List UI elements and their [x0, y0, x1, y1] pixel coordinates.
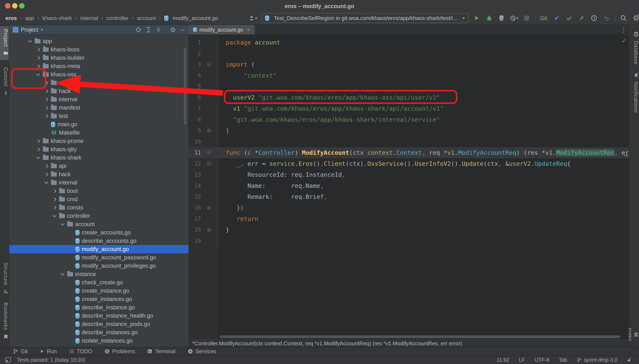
inspections-ok-icon[interactable]: ✓ — [621, 36, 627, 44]
tree-item-internal[interactable]: internal — [9, 95, 188, 104]
unlock-icon[interactable] — [627, 357, 632, 362]
tree-item-khaos-qtty[interactable]: khaos-qtty — [9, 145, 188, 154]
chevron-down-icon[interactable] — [44, 180, 48, 185]
tree-item-describe_instance.go[interactable]: describe_instance.go — [9, 303, 188, 312]
tree-item-check_create.go[interactable]: check_create.go — [9, 278, 188, 286]
toolwindow-button-services[interactable]: Services — [188, 348, 216, 355]
tree-item-controller[interactable]: controller — [9, 212, 188, 220]
indent-widget[interactable]: Tab — [559, 357, 567, 363]
code-line-18[interactable]: 18} — [188, 224, 628, 236]
breadcrumb-item-khaos-shark[interactable]: khaos-shark — [42, 15, 72, 22]
fold-end-icon[interactable] — [207, 228, 211, 232]
code-line-3[interactable]: 3import ( — [188, 59, 628, 70]
chevron-right-icon[interactable] — [52, 197, 56, 202]
tree-item-instance[interactable]: instance — [9, 270, 188, 278]
chevron-down-icon[interactable] — [36, 72, 40, 77]
chevron-right-icon[interactable] — [36, 56, 40, 60]
tree-item-khaos-oss[interactable]: khaos-oss — [9, 70, 188, 78]
tree-item-isolate_instances.go[interactable]: isolate_instances.go — [9, 336, 188, 345]
code-line-12[interactable]: 12 _, err = service.Eros().Client(ctx).O… — [188, 158, 628, 169]
tree-item-khaos-builder[interactable]: khaos-builder — [9, 54, 188, 62]
tree-item-describe_instances.go[interactable]: describe_instances.go — [9, 328, 188, 336]
code-line-2[interactable]: 2 — [188, 48, 628, 59]
tree-item-test[interactable]: test — [9, 112, 188, 120]
tree-item-main.go[interactable]: main.go — [9, 120, 188, 128]
breadcrumb-item-eros[interactable]: eros — [6, 15, 17, 22]
line-separator-widget[interactable]: LF — [519, 357, 525, 363]
code-line-10[interactable]: 10 — [188, 136, 628, 147]
code-line-7[interactable]: 7 v1 "git.woa.com/khaos/eros/app/khaos-s… — [188, 103, 628, 114]
tree-item-hack[interactable]: hack — [9, 87, 188, 95]
tree-item-app[interactable]: app — [9, 37, 188, 45]
stripe-tab-bookmarks[interactable]: Bookmarks — [0, 300, 9, 344]
tree-item-khaos-prome[interactable]: khaos-prome — [9, 137, 188, 145]
breadcrumb-item-internal[interactable]: internal — [80, 15, 98, 22]
tree-item-describe_instance_pods.go[interactable]: describe_instance_pods.go — [9, 320, 188, 328]
caret-position-widget[interactable]: 11:92 — [497, 357, 510, 363]
profiler-button[interactable]: ▾ — [510, 14, 518, 23]
stop-button[interactable] — [522, 14, 531, 23]
tree-item-Makefile[interactable]: MMakefile — [9, 128, 188, 137]
chevron-right-icon[interactable] — [44, 172, 48, 176]
chevron-down-icon[interactable] — [36, 156, 40, 160]
collapse-all-icon[interactable] — [156, 26, 162, 33]
code-line-13[interactable]: 13 ResourceId: req.InstanceId, — [188, 169, 628, 180]
tree-item-boot[interactable]: boot — [9, 187, 188, 195]
chevron-right-icon[interactable] — [44, 114, 48, 118]
toolwindow-button-run[interactable]: Run — [40, 348, 57, 355]
tree-item-account[interactable]: account — [9, 220, 188, 228]
run-with-coverage-button[interactable] — [498, 14, 506, 23]
tree-item-describe_instance_health.go[interactable]: describe_instance_health.go — [9, 312, 188, 320]
chevron-right-icon[interactable] — [44, 89, 48, 94]
editor-tab-modify-account[interactable]: modify_account.go × — [188, 25, 254, 34]
tree-scrollbar[interactable] — [184, 48, 186, 125]
stripe-tab-notifications[interactable]: Notifications — [629, 68, 639, 116]
tree-item-khaos-boss[interactable]: khaos-boss — [9, 45, 188, 54]
chevron-right-icon[interactable] — [52, 205, 56, 210]
tree-item-describe_accounts.go[interactable]: describe_accounts.go — [9, 237, 188, 245]
chevron-down-icon[interactable] — [52, 214, 56, 218]
git-commit-button[interactable] — [565, 14, 573, 23]
panel-settings-gear-icon[interactable]: ⚙ — [170, 26, 176, 34]
tree-item-api[interactable]: api — [9, 78, 188, 87]
fold-end-icon[interactable] — [207, 128, 211, 132]
run-button[interactable] — [472, 14, 481, 23]
search-everywhere-icon[interactable] — [620, 14, 628, 23]
chevron-down-icon[interactable]: ▾ — [41, 27, 43, 32]
tree-item-internal[interactable]: internal — [9, 178, 188, 187]
chevron-right-icon[interactable] — [44, 80, 48, 85]
encoding-widget[interactable]: UTF-8 — [534, 357, 549, 363]
fold-collapse-icon[interactable] — [207, 150, 211, 154]
breadcrumb-item-controller[interactable]: controller — [106, 15, 128, 22]
tree-item-hack[interactable]: hack — [9, 170, 188, 178]
chevron-right-icon[interactable] — [36, 147, 40, 152]
breadcrumb-item-app[interactable]: app — [25, 15, 34, 22]
tree-item-khaos-meta[interactable]: khaos-meta — [9, 62, 188, 70]
git-history-icon[interactable] — [590, 14, 598, 23]
locate-file-icon[interactable] — [135, 26, 142, 33]
tree-item-cmd[interactable]: cmd — [9, 195, 188, 204]
hide-panel-icon[interactable]: − — [180, 26, 185, 34]
run-configuration-select[interactable]: Test_DescribeSellRegion in git.woa.com/k… — [261, 13, 468, 23]
tree-item-manifest[interactable]: manifest — [9, 104, 188, 112]
code-line-11[interactable]: 11func (c *Controller) ModifyAccount(ctx… — [188, 147, 628, 158]
chevron-right-icon[interactable] — [36, 64, 40, 68]
tree-item-khaos-shark[interactable]: khaos-shark — [9, 154, 188, 162]
code-line-8[interactable]: 8 "git.woa.com/khaos/eros/app/khaos-shar… — [188, 114, 628, 125]
tree-item-modify_account.go[interactable]: modify_account.go — [9, 245, 188, 253]
stripe-tab-make[interactable]: M make — [629, 322, 639, 347]
toolwindow-button-problems[interactable]: Problems — [104, 348, 135, 355]
code-line-15[interactable]: 15 Remark: req.Brief, — [188, 191, 628, 202]
code-line-9[interactable]: 9) — [188, 125, 628, 136]
git-branch-widget[interactable]: sprint-dmp-3.0 — [577, 357, 617, 363]
tree-item-create_accounts.go[interactable]: create_accounts.go — [9, 228, 188, 237]
toolwindow-button-git[interactable]: Git — [13, 348, 28, 355]
tree-item-create_instance.go[interactable]: create_instance.go — [9, 286, 188, 295]
fold-end-icon[interactable] — [207, 206, 211, 210]
chevron-right-icon[interactable] — [36, 47, 40, 52]
code-line-16[interactable]: 16 }) — [188, 202, 628, 214]
chevron-right-icon[interactable] — [44, 164, 48, 168]
chevron-down-icon[interactable] — [60, 222, 65, 226]
code-line-17[interactable]: 17 return — [188, 214, 628, 224]
horizontal-scrollbar[interactable] — [220, 335, 620, 338]
